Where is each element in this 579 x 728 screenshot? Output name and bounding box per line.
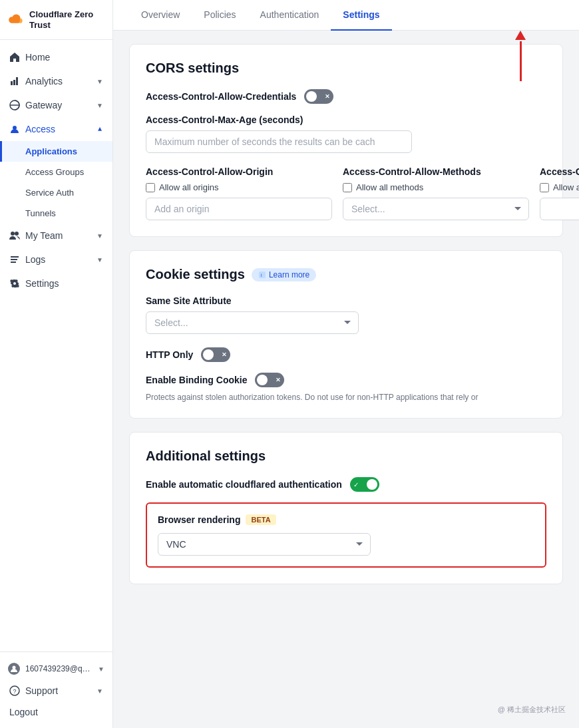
same-site-select[interactable]: Select... Strict Lax None — [146, 311, 359, 334]
sidebar-item-logs[interactable]: Logs ▼ — [0, 248, 112, 272]
cors-title: CORS settings — [146, 61, 546, 76]
settings-content: CORS settings Access-Control-Allow-Crede… — [113, 31, 579, 728]
cookie-settings-card: Cookie settings i Learn more Same Site A… — [129, 250, 563, 419]
browser-rendering-box: Browser rendering BETA VNC SSH RDP — [146, 502, 546, 568]
cookie-title: Cookie settings — [146, 267, 245, 282]
sidebar-item-support-label: Support — [25, 685, 58, 696]
headers-input[interactable] — [540, 198, 579, 220]
sidebar-footer: 1607439239@qq.c... ▼ ? Support ▼ Logout — [0, 651, 112, 728]
user-email: 1607439239@qq.c... — [25, 664, 93, 673]
sidebar-logo: Cloudflare Zero Trust — [0, 0, 112, 40]
sidebar-item-settings[interactable]: Settings — [0, 272, 112, 295]
sidebar-subitem-applications-label: Applications — [25, 146, 77, 156]
beta-badge: BETA — [246, 514, 276, 525]
cors-settings-card: CORS settings Access-Control-Allow-Crede… — [129, 44, 563, 237]
http-only-toggle[interactable]: ✕ — [201, 347, 230, 362]
user-account[interactable]: 1607439239@qq.c... ▼ — [0, 657, 112, 680]
http-only-row: HTTP Only ✕ — [146, 347, 546, 362]
gateway-chevron-icon: ▼ — [96, 102, 103, 109]
cloudflare-logo-icon — [8, 11, 24, 29]
additional-title: Additional settings — [146, 449, 546, 464]
origins-header: Access-Control-Allow-Origin — [146, 166, 332, 177]
binding-cookie-toggle[interactable]: ✕ — [255, 373, 284, 387]
user-avatar — [8, 663, 20, 675]
cookie-header: Cookie settings i Learn more — [146, 267, 546, 282]
binding-cookie-row: Enable Binding Cookie ✕ — [146, 373, 546, 387]
tab-overview[interactable]: Overview — [129, 0, 192, 31]
http-only-off-icon: ✕ — [222, 351, 227, 358]
settings-icon — [9, 278, 20, 289]
methods-select[interactable]: Select... GET POST PUT DELETE — [343, 198, 529, 220]
cors-headers-col: Access-Cont Allow all h — [540, 166, 579, 220]
sidebar-item-home-label: Home — [25, 52, 50, 63]
cloudflared-auth-label: Enable automatic cloudflared authenticat… — [146, 479, 342, 490]
support-chevron-icon: ▼ — [96, 687, 103, 695]
binding-cookie-desc: Protects against stolen authorization to… — [146, 393, 546, 402]
toggle-knob — [306, 91, 317, 102]
svg-rect-10 — [259, 272, 266, 278]
tab-authentication[interactable]: Authentication — [248, 0, 331, 31]
cloudflared-auth-row: Enable automatic cloudflared authenticat… — [146, 477, 546, 492]
credentials-toggle[interactable]: ✕ — [304, 89, 333, 104]
sidebar-subitem-tunnels-label: Tunnels — [25, 208, 56, 218]
sidebar-item-support[interactable]: ? Support ▼ — [0, 680, 112, 701]
sidebar-item-access-label: Access — [25, 124, 55, 134]
allow-all-methods-checkbox[interactable] — [343, 183, 352, 192]
svg-rect-5 — [11, 259, 17, 260]
allow-all-methods-row: Allow all methods — [343, 182, 529, 192]
sidebar: Cloudflare Zero Trust Home Analytics ▼ G… — [0, 0, 113, 728]
same-site-label: Same Site Attribute — [146, 295, 546, 306]
headers-header: Access-Cont — [540, 166, 579, 177]
tab-settings[interactable]: Settings — [331, 0, 391, 31]
svg-point-3 — [15, 232, 19, 236]
allow-all-headers-label: Allow all h — [553, 182, 579, 192]
browser-rendering-label-row: Browser rendering BETA — [158, 514, 534, 525]
allow-all-methods-label: Allow all methods — [356, 182, 423, 192]
cloudflared-auth-toggle[interactable]: ✓ — [350, 477, 379, 492]
browser-rendering-select[interactable]: VNC SSH RDP — [158, 533, 371, 556]
http-only-knob — [203, 349, 214, 360]
svg-text:?: ? — [13, 688, 17, 695]
sidebar-item-analytics[interactable]: Analytics ▼ — [0, 69, 112, 93]
allow-all-headers-row: Allow all h — [540, 182, 579, 192]
sidebar-subitem-access-groups-label: Access Groups — [25, 167, 84, 177]
my-team-chevron-icon: ▼ — [96, 232, 103, 240]
max-age-input[interactable] — [146, 130, 412, 153]
sidebar-subitem-service-auth[interactable]: Service Auth — [0, 182, 112, 203]
sidebar-item-settings-label: Settings — [25, 278, 59, 289]
main-content: Overview Policies Authentication Setting… — [113, 0, 579, 728]
logs-icon — [9, 254, 20, 265]
sidebar-item-my-team-label: My Team — [25, 230, 63, 241]
sidebar-subitem-tunnels[interactable]: Tunnels — [0, 203, 112, 224]
arrow-head — [515, 31, 526, 40]
allow-all-origins-label: Allow all origins — [159, 182, 219, 192]
cors-grid: Access-Control-Allow-Origin Allow all or… — [146, 166, 546, 220]
logs-chevron-icon: ▼ — [96, 256, 103, 264]
sidebar-item-access[interactable]: Access ▼ — [0, 117, 112, 141]
sidebar-item-home[interactable]: Home — [0, 45, 112, 69]
sidebar-item-logs-label: Logs — [25, 254, 45, 265]
allow-all-origins-checkbox[interactable] — [146, 183, 155, 192]
sidebar-item-analytics-label: Analytics — [25, 76, 63, 87]
analytics-chevron-icon: ▼ — [96, 78, 103, 85]
watermark: @ 稀土掘金技术社区 — [498, 705, 566, 715]
binding-cookie-label: Enable Binding Cookie — [146, 375, 247, 385]
sidebar-subitem-access-groups[interactable]: Access Groups — [0, 162, 112, 182]
binding-cookie-knob — [257, 375, 268, 385]
analytics-icon — [9, 76, 20, 87]
additional-settings-card: Additional settings Enable automatic clo… — [129, 432, 563, 584]
learn-more-label: Learn more — [269, 270, 309, 279]
browser-rendering-label: Browser rendering — [158, 514, 240, 525]
sidebar-item-gateway[interactable]: Gateway ▼ — [0, 93, 112, 117]
learn-more-badge[interactable]: i Learn more — [252, 268, 316, 281]
sidebar-item-my-team[interactable]: My Team ▼ — [0, 224, 112, 248]
sidebar-item-logout[interactable]: Logout — [0, 701, 112, 723]
methods-header: Access-Control-Allow-Methods — [343, 166, 529, 177]
cloudflared-check-icon: ✓ — [353, 481, 359, 488]
tab-policies[interactable]: Policies — [192, 0, 248, 31]
sidebar-subitem-applications[interactable]: Applications — [0, 141, 112, 162]
toggle-off-icon: ✕ — [325, 93, 330, 100]
credentials-row: Access-Control-Allow-Credentials ✕ — [146, 89, 546, 104]
add-origin-input[interactable] — [146, 198, 332, 220]
allow-all-headers-checkbox[interactable] — [540, 183, 549, 192]
